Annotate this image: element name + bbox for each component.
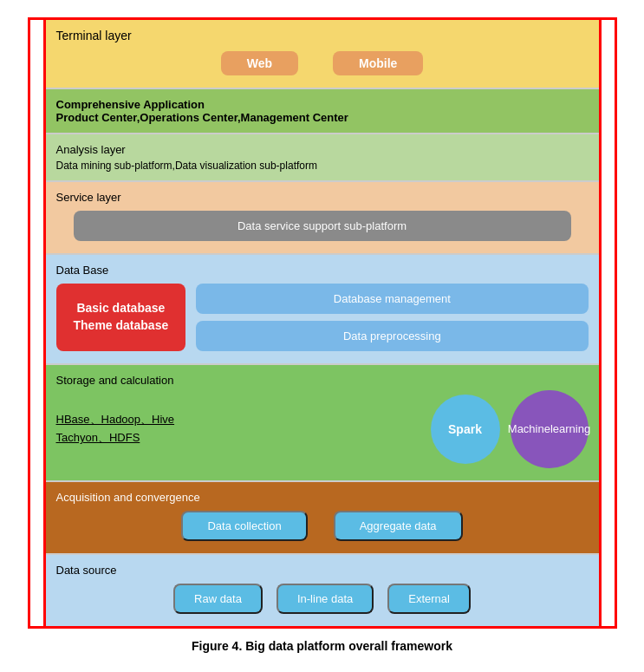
database-left-box: Basic database Theme database [56,284,186,351]
data-preprocessing-box: Data preprocessing [196,321,588,351]
layer-acquisition: Acquisition and convergence Data collect… [46,482,599,555]
machine-learning-circle: Machine learning [511,390,589,468]
database-content: Basic database Theme database Database m… [56,284,589,351]
external-button[interactable]: External [387,584,471,614]
database-right-boxes: Database management Data preprocessing [196,284,588,351]
service-platform-box: Data service support sub-platform [74,211,571,241]
layer-terminal: Terminal layer Web Mobile [46,20,599,89]
diagram-outer: Terminal layer Web Mobile Comprehensive … [28,17,617,629]
data-collection-button[interactable]: Data collection [181,511,307,541]
mobile-button[interactable]: Mobile [333,51,423,75]
left-border [28,17,43,629]
diagram-inner: Terminal layer Web Mobile Comprehensive … [43,17,602,629]
inline-data-button[interactable]: In-line data [276,584,374,614]
terminal-title: Terminal layer [56,29,589,42]
storage-content: HBase、Hadoop、Hive Tachyon、HDFS Spark Mac… [56,390,589,468]
analysis-desc: Data mining sub-platform,Data visualizat… [56,160,589,172]
spark-circle: Spark [431,395,500,464]
acquisition-title: Acquisition and convergence [56,491,589,504]
database-left-text: Basic database Theme database [74,300,169,334]
aggregate-data-button[interactable]: Aggregate data [334,511,463,541]
datasource-btns: Raw data In-line data External [56,584,589,614]
analysis-title: Analysis layer [56,143,589,156]
layer-comprehensive: Comprehensive Application Product Center… [46,89,599,134]
acquisition-btns: Data collection Aggregate data [56,511,589,541]
storage-title: Storage and calculation [56,374,589,387]
service-title: Service layer [56,191,589,204]
comprehensive-title: Comprehensive Application [56,98,589,111]
layer-analysis: Analysis layer Data mining sub-platform,… [46,134,599,182]
layer-service: Service layer Data service support sub-p… [46,182,599,255]
storage-text: HBase、Hadoop、Hive Tachyon、HDFS [56,411,417,447]
layer-storage: Storage and calculation HBase、Hadoop、Hiv… [46,365,599,482]
storage-circles: Spark Machine learning [431,390,589,468]
datasource-title: Data source [56,564,589,577]
figure-caption: Figure 4. Big data platform overall fram… [192,639,452,653]
database-title: Data Base [56,264,589,277]
database-management-box: Database management [196,284,588,314]
page-wrapper: Terminal layer Web Mobile Comprehensive … [0,17,644,653]
right-border [602,17,617,629]
web-button[interactable]: Web [221,51,298,75]
layer-datasource: Data source Raw data In-line data Extern… [46,555,599,626]
terminal-btn-row: Web Mobile [56,51,589,75]
layer-database: Data Base Basic database Theme database … [46,255,599,365]
raw-data-button[interactable]: Raw data [173,584,263,614]
comprehensive-subtitle: Product Center,Operations Center,Managem… [56,111,589,124]
